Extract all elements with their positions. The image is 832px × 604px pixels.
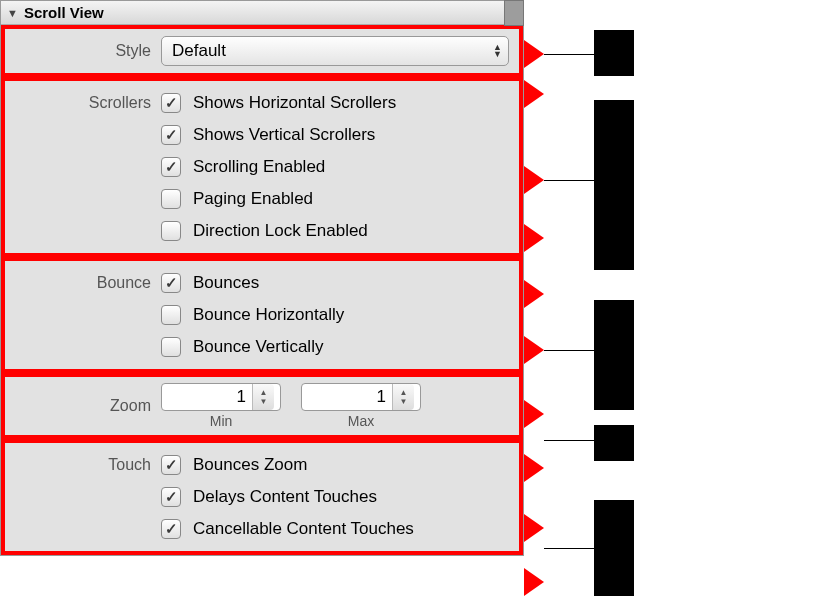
connector-line: [544, 548, 594, 549]
section-bounce: Bounce Bounces Bounce Horizontally Bounc…: [1, 257, 523, 373]
label-direction-lock: Direction Lock Enabled: [193, 221, 368, 241]
checkbox-direction-lock[interactable]: [161, 221, 181, 241]
zoom-min-stepper[interactable]: ▲▼: [161, 383, 281, 411]
checkbox-bounces-zoom[interactable]: [161, 455, 181, 475]
style-value: Default: [172, 41, 226, 61]
stepper-arrows-icon[interactable]: ▲▼: [252, 384, 274, 410]
label-scrolling-enabled: Scrolling Enabled: [193, 157, 325, 177]
style-label: Style: [5, 42, 161, 60]
label-paging-enabled: Paging Enabled: [193, 189, 313, 209]
connector-line: [544, 180, 594, 181]
section-style: Style Default ▲▼: [1, 25, 523, 77]
checkbox-paging-enabled[interactable]: [161, 189, 181, 209]
label-cancellable-touches: Cancellable Content Touches: [193, 519, 414, 539]
callout-block: [594, 100, 634, 270]
zoom-max-input[interactable]: [302, 387, 392, 407]
bounce-label: Bounce: [5, 274, 161, 292]
section-touch: Touch Bounces Zoom Delays Content Touche…: [1, 439, 523, 555]
label-delays-touches: Delays Content Touches: [193, 487, 377, 507]
connector-line: [544, 440, 594, 441]
style-popup[interactable]: Default ▲▼: [161, 36, 509, 66]
zoom-max-stepper[interactable]: ▲▼: [301, 383, 421, 411]
callout-block: [594, 425, 634, 461]
connector-line: [544, 350, 594, 351]
checkbox-delays-touches[interactable]: [161, 487, 181, 507]
callout-block: [594, 300, 634, 410]
zoom-min-sublabel: Min: [210, 413, 233, 429]
header-tab: [504, 0, 524, 26]
stepper-arrows-icon[interactable]: ▲▼: [392, 384, 414, 410]
checkbox-cancellable-touches[interactable]: [161, 519, 181, 539]
checkbox-bounces[interactable]: [161, 273, 181, 293]
panel-title: Scroll View: [24, 4, 104, 21]
zoom-max-sublabel: Max: [348, 413, 374, 429]
label-bounces-zoom: Bounces Zoom: [193, 455, 307, 475]
popup-arrows-icon: ▲▼: [493, 44, 502, 58]
checkbox-scrolling-enabled[interactable]: [161, 157, 181, 177]
label-bounce-vertical: Bounce Vertically: [193, 337, 323, 357]
checkbox-shows-vertical[interactable]: [161, 125, 181, 145]
checkbox-bounce-horizontal[interactable]: [161, 305, 181, 325]
label-bounces: Bounces: [193, 273, 259, 293]
checkbox-shows-horizontal[interactable]: [161, 93, 181, 113]
label-bounce-horizontal: Bounce Horizontally: [193, 305, 344, 325]
connector-line: [544, 54, 594, 55]
label-shows-vertical: Shows Vertical Scrollers: [193, 125, 375, 145]
scrollers-label: Scrollers: [5, 94, 161, 112]
section-scrollers: Scrollers Shows Horizontal Scrollers Sho…: [1, 77, 523, 257]
zoom-min-input[interactable]: [162, 387, 252, 407]
panel-header[interactable]: ▼ Scroll View: [1, 1, 523, 25]
label-shows-horizontal: Shows Horizontal Scrollers: [193, 93, 396, 113]
checkbox-bounce-vertical[interactable]: [161, 337, 181, 357]
touch-label: Touch: [5, 456, 161, 474]
zoom-label: Zoom: [5, 397, 161, 415]
inspector-panel: ▼ Scroll View Style Default ▲▼ Scrollers…: [0, 0, 524, 556]
callout-block: [594, 500, 634, 596]
disclosure-triangle-icon[interactable]: ▼: [7, 7, 18, 19]
callout-block: [594, 30, 634, 76]
section-zoom: Zoom ▲▼ Min ▲▼ Max: [1, 373, 523, 439]
